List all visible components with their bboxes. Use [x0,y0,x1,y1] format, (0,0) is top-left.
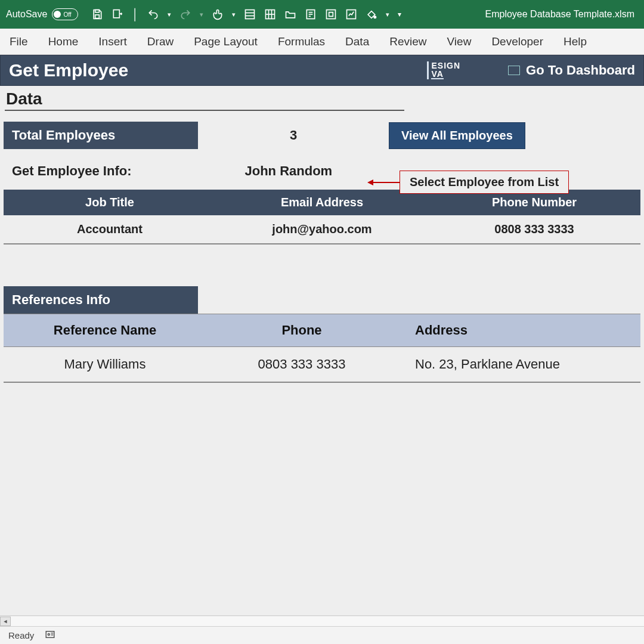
tab-data[interactable]: Data [345,35,369,48]
scroll-left-button[interactable]: ◄ [0,617,11,626]
chevron-down-icon[interactable]: ▾ [168,11,171,18]
customize-qat-icon[interactable]: ▾ [398,10,401,18]
dashboard-link-label: Go To Dashboard [526,63,635,78]
section-heading: Data [0,86,644,110]
callout-arrow: Select Employee from List [367,171,569,194]
tab-review[interactable]: Review [389,35,426,48]
cell-job-title: Accountant [4,215,216,243]
selected-employee-name[interactable]: John Random [244,163,332,179]
col-ref-phone: Phone [206,314,397,346]
undo-icon[interactable] [147,8,159,20]
chart-icon[interactable] [345,8,357,20]
redo-icon [179,8,191,20]
quick-access-toolbar: │ ▾ ▾ ▾ [91,8,401,21]
total-employees-panel: Total Employees 3 View All Employees Get… [4,122,640,244]
app-header: Get Employee ESIGN VA Go To Dashboard [0,55,644,86]
worksheet-area[interactable]: Data Total Employees 3 View All Employee… [0,86,644,615]
chevron-down-icon[interactable]: ▾ [232,11,236,18]
svg-rect-2 [114,10,120,18]
cell-phone: 0808 333 3333 [428,215,640,243]
cell-ref-name: Mary Williams [4,357,206,372]
designva-logo: ESIGN VA [427,61,460,79]
dashboard-icon [508,66,520,75]
get-employee-info-label: Get Employee Info: [12,163,131,179]
table-icon[interactable] [264,8,276,20]
scroll-track[interactable] [11,617,644,626]
view-all-employees-button[interactable]: View All Employees [389,122,525,149]
tab-formulas[interactable]: Formulas [278,35,325,48]
toggle-switch[interactable]: Off [52,8,78,20]
export-icon[interactable] [112,8,123,20]
pivot-icon[interactable] [325,8,337,20]
references-table-header: Reference Name Phone Address [4,314,640,347]
total-employees-label: Total Employees [4,122,198,149]
svg-rect-3 [245,10,254,19]
separator: │ [132,8,138,21]
horizontal-scrollbar[interactable]: ◄ [0,615,644,626]
total-employees-value: 3 [198,128,389,143]
go-to-dashboard-link[interactable]: Go To Dashboard [508,63,635,78]
cell-email: john@yahoo.com [216,215,428,243]
col-ref-address: Address [397,314,640,346]
svg-rect-0 [95,10,100,13]
svg-rect-1 [95,15,100,18]
touch-mode-icon[interactable] [212,8,224,20]
form-icon[interactable] [244,8,256,20]
ribbon-tabs: File Home Insert Draw Page Layout Formul… [0,29,644,55]
references-label: References Info [4,286,198,314]
svg-point-16 [374,16,376,18]
svg-rect-14 [326,10,335,19]
fill-color-icon[interactable] [366,10,377,20]
file-name: Employee Database Template.xlsm [485,9,635,20]
references-table-row: Mary Williams 0803 333 3333 No. 23, Park… [4,347,640,383]
tab-draw[interactable]: Draw [147,35,174,48]
status-ready: Ready [8,630,34,640]
title-bar: AutoSave Off │ ▾ ▾ ▾ [0,0,644,29]
tab-file[interactable]: File [10,35,28,48]
cell-ref-address: No. 23, Parklane Avenue [397,357,640,372]
references-panel: References Info Reference Name Phone Add… [4,286,640,383]
open-folder-icon[interactable] [284,8,296,20]
tab-page-layout[interactable]: Page Layout [194,35,258,48]
status-bar: Ready [0,626,644,644]
col-ref-name: Reference Name [4,314,206,346]
chevron-down-icon[interactable]: ▾ [200,11,203,18]
tab-developer[interactable]: Developer [491,35,543,48]
autosave-state: Off [63,11,71,18]
select-employee-callout: Select Employee from List [400,171,569,194]
toggle-knob [54,11,61,18]
col-job-title: Job Title [4,190,216,215]
macro-record-icon[interactable] [45,629,55,642]
autosave-label: AutoSave [6,9,47,20]
tab-help[interactable]: Help [564,35,587,48]
cell-ref-phone: 0803 333 3333 [206,357,397,372]
tab-home[interactable]: Home [48,35,79,48]
chevron-down-icon[interactable]: ▾ [386,11,389,18]
page-title: Get Employee [9,60,128,80]
save-icon[interactable] [91,8,103,20]
tab-view[interactable]: View [447,35,472,48]
autosave-toggle[interactable]: AutoSave Off [6,8,78,20]
svg-point-18 [48,634,50,636]
section-underline [5,110,404,111]
employee-table-row: Accountant john@yahoo.com 0808 333 3333 [4,215,640,244]
properties-icon[interactable] [305,8,317,20]
tab-insert[interactable]: Insert [98,35,127,48]
